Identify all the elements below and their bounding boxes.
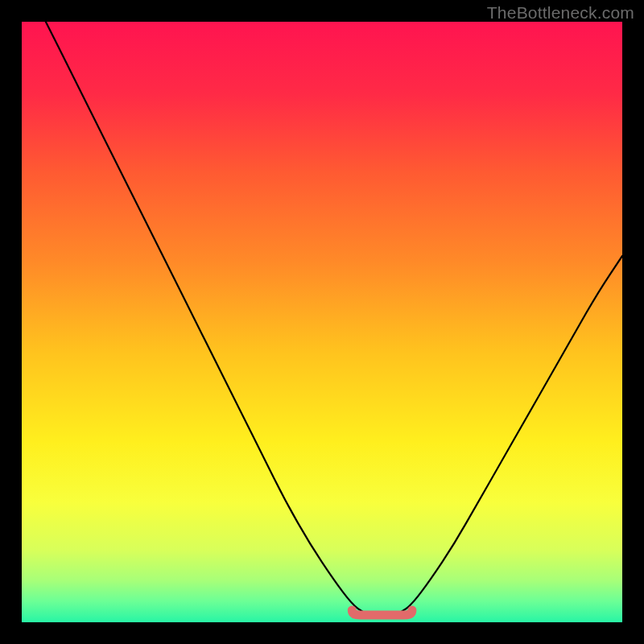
- optimal-range-highlight: [352, 610, 412, 615]
- curve-layer: [22, 22, 622, 622]
- plot-area: [22, 22, 622, 622]
- watermark-text: TheBottleneck.com: [487, 3, 634, 23]
- bottleneck-curve: [46, 22, 622, 617]
- chart-frame: TheBottleneck.com: [0, 0, 644, 644]
